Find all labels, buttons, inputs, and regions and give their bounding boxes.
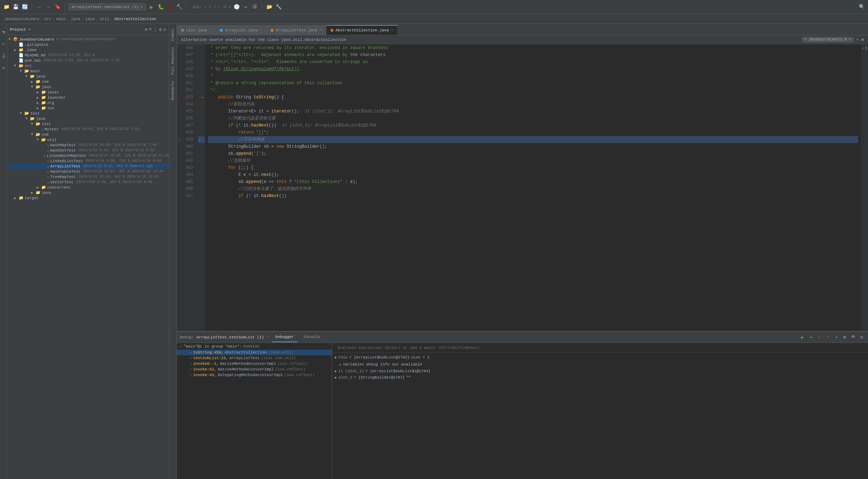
list-item[interactable]: ▶ 📁 java [7,190,169,195]
debug-evaluate-btn[interactable]: ⊞ [841,334,848,341]
toolbar-icon-folder[interactable]: 📁 [3,4,10,11]
tree-root[interactable]: ▼ 📦 JavaSourceLearn E:\workspace\JavaSou… [7,37,169,42]
var-item[interactable]: ⚠ Variables debug info not available [332,361,868,368]
vtab-pull-requests[interactable]: Pull Requests [170,44,176,78]
run-config-selector[interactable]: ArrayListTest.testSubList (1) ▾ [68,4,146,10]
list-item[interactable]: ☕ MyTest 2023/4/10 20:03, 935 B 2023/4/2… [7,127,169,132]
list-item[interactable]: ▼ 📂 util [7,137,169,142]
thread-item[interactable]: ✓ "main"@1 in group "main": RUNNING [177,343,332,350]
toolbar-icon-back[interactable]: ← [36,4,43,11]
list-item[interactable]: ☕ LinkedHashMapTest 2023/4/16 10:06, 225… [7,153,169,158]
list-item[interactable]: ☕ HashMapTest 2023/4/15 20:09, 224 B 202… [7,142,169,148]
list-item[interactable]: ▼ 📂 java [7,74,169,79]
toolbar-icon-translate[interactable]: 译 [251,4,258,11]
debug-tab-console[interactable]: Console [300,332,324,342]
list-item[interactable]: ▶ 📁 concurrent [7,185,169,190]
tab-list-java[interactable]: List.java × [177,25,216,35]
breadcrumb-item-util[interactable]: util [100,17,109,21]
info-bar-icon-h[interactable]: H [861,38,864,42]
var-item[interactable]: ▶ slot_2 = {StringBuilder@1707} "" [332,374,868,381]
list-item[interactable]: ▶ 📁 com [7,79,169,84]
list-item[interactable]: ▶ 📁 javax [7,90,169,95]
list-item[interactable]: ☕ ArrayListTest 2023/4/23 8:21, 658 B Mo… [7,164,169,169]
breadcrumb-item-class[interactable]: AbstractCollection [114,17,156,21]
panel-icon-close[interactable]: ✕ [163,27,166,32]
frame-item[interactable]: → toString:459, AbstractCollection (java… [177,350,332,355]
tab-arraylisttest-java[interactable]: ArrayListTest.java × [266,25,326,35]
var-item[interactable]: ▶ it (slot_1) = {ArrayList$SubList$1@170… [332,368,868,374]
debug-stepover-btn[interactable]: ↷ [807,334,814,341]
toolbar-icon-settings[interactable]: 🔧 [275,4,282,11]
frame-item[interactable]: ○ invoke:62, NativeMethodAccessorImpl (s… [177,367,332,372]
breadcrumb-item-java2[interactable]: java [85,17,94,21]
close-icon[interactable]: × [260,28,262,32]
breadcrumb-item-src[interactable]: src [44,17,51,21]
list-item[interactable]: ▼ 📂 test [7,111,169,116]
sidebar-icon-bookmarks[interactable]: B [0,63,7,73]
run-button[interactable]: ▶ [148,4,155,11]
debug-button[interactable]: 🐛 [157,4,164,11]
close-icon[interactable]: × [320,28,322,32]
panel-icon-settings[interactable]: ⚙ [159,27,162,32]
list-item[interactable]: ☕ LinkedListTest 2023/4/16 9:50, 218 B 2… [7,158,169,164]
list-item[interactable]: 📄 .gitignore [7,42,169,47]
list-item[interactable]: ▶ 📁 .idea [7,47,169,53]
toolbar-icon-save[interactable]: 💾 [12,4,19,11]
frame-item[interactable]: ○ invoke0:-1, NativeMethodAccessorImpl (… [177,361,332,367]
vtab-bookmarks[interactable]: Bookmarks [170,78,176,103]
debug-stepinto-btn[interactable]: ↓ [816,334,823,341]
breakpoint-icon[interactable]: ● [198,95,201,99]
build-button[interactable]: 🔨 [176,4,183,11]
search-icon[interactable]: 🔍 [858,4,865,11]
close-icon[interactable]: × [391,29,393,32]
frame-item[interactable]: ○ invoke:43, DelegatingMethodAccessorImp… [177,372,332,378]
list-item[interactable]: ☕ HashSetTest 2023/4/16 9:43, 224 B 2023… [7,148,169,153]
panel-icon-collapse[interactable]: ≡ [149,27,152,32]
sidebar-icon-project[interactable]: P [0,27,7,37]
list-item[interactable]: ▼ 📂 src [7,63,169,68]
list-item[interactable]: ☕ TreeMapTest 2023/4/16 15:43, 262 B 202… [7,174,169,179]
tab-arraylist-java[interactable]: ArrayList.java × [216,25,266,35]
stop-button[interactable]: ■ [166,4,173,11]
list-item[interactable]: ▼ 📂 java [7,84,169,90]
toolbar-icon-revert[interactable]: ↩ [242,4,249,11]
list-item[interactable]: ▼ 📂 test [7,121,169,127]
vtab-commit[interactable]: Commit [170,25,176,44]
list-item[interactable]: ▶ 📁 sun [7,105,169,111]
close-icon[interactable]: × [209,28,211,32]
frame-item[interactable]: ○ testSubList:23, ArrayListTest (test.co… [177,355,332,361]
toolbar-icon-refresh[interactable]: 🔄 [21,4,28,11]
panel-icon-more[interactable]: ⋮ [153,27,158,32]
debug-session-close-icon[interactable]: × [267,335,269,339]
toolbar-icon-folder2[interactable]: 📂 [266,4,273,11]
toolbar-icon-history[interactable]: 🕐 [233,4,240,11]
list-item[interactable]: 📄 pom.xml 2023/4/22 7:54, 861 B 2023/4/2… [7,58,169,63]
sidebar-icon-commit[interactable]: C [0,39,7,49]
breadcrumb-item-java1[interactable]: java [71,17,80,21]
debug-runcursor-btn[interactable]: ↗ [833,334,840,341]
code-content[interactable]: * order they are returned by its iterato… [205,44,861,331]
list-item[interactable]: ▶ 📁 target [7,195,169,201]
breadcrumb-item-main[interactable]: main [56,17,66,21]
list-item[interactable]: 📄 README.md 2023/5/19 12:33, 322 B [7,53,169,58]
sidebar-icon-pull[interactable]: PR [0,51,7,61]
var-item[interactable]: ▶ this = {ArrayList$SubList@1702} size =… [332,354,868,361]
toolbar-icon-bookmark[interactable]: 🔖 [54,4,61,11]
list-item[interactable]: ▼ 📂 com [7,132,169,137]
list-item[interactable]: ☕ VectorTest 2023/4/16 9:50, 254 B 2023/… [7,179,169,185]
tab-abstractcollection-java[interactable]: AbstractCollection.java × [326,25,398,35]
debug-stepout-btn[interactable]: ↑ [824,334,831,341]
debug-resume-btn[interactable]: ▶ [799,334,806,341]
list-item[interactable]: ▶ 📁 launcher [7,95,169,100]
list-item[interactable]: ☕ HashTableTest 2023/4/16 13:27, 367 B 2… [7,169,169,174]
debug-tab-debugger[interactable]: Debugger [272,332,297,342]
debug-watch-btn[interactable]: 👁 [850,334,857,341]
panel-icon-locate[interactable]: ⊕ [145,27,148,32]
list-item[interactable]: ▼ 📂 java [7,116,169,121]
toolbar-icon-forward[interactable]: → [45,4,52,11]
evaluate-expression-input[interactable] [335,344,865,351]
debug-settings-icon[interactable]: ⚙ [858,334,865,341]
jdk-selector[interactable]: < JavaSourceLearn1.8 > [802,37,854,42]
breadcrumb-item-project[interactable]: JavaSourceLearn [4,17,39,21]
list-item[interactable]: ▶ 📁 org [7,100,169,105]
